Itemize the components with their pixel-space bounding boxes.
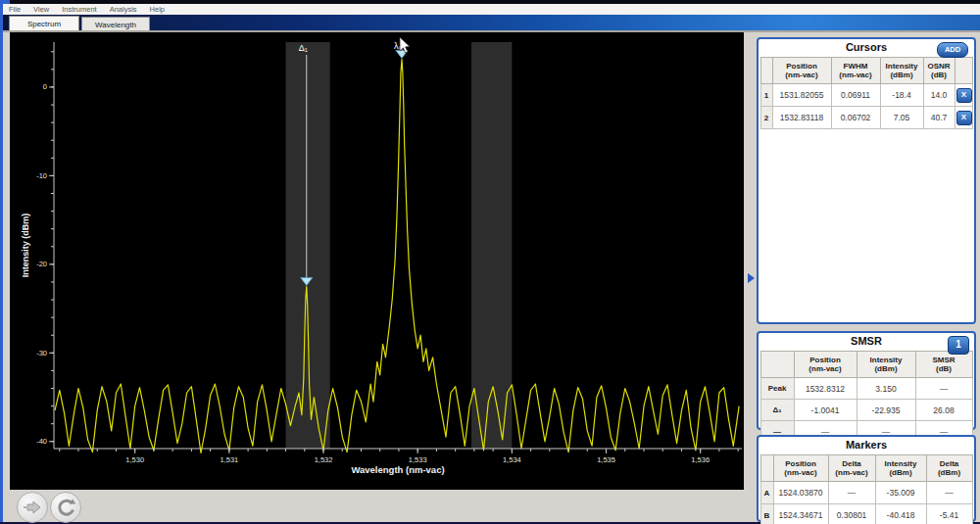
row-header: A [760, 482, 773, 504]
menu-item-help[interactable]: Help [150, 5, 165, 14]
refresh-button[interactable] [50, 492, 81, 523]
cursor-label-1: Δ₁ [299, 43, 308, 53]
column-header: Position(nm-vac) [772, 58, 831, 84]
row-header: 2 [760, 107, 772, 129]
table-row: B1524.346710.30801-40.418-5.41 [760, 504, 972, 524]
cursors-table: Position(nm-vac)FWHM(nm-vac)Intensity(dB… [760, 57, 973, 129]
table-cell: 7.05 [880, 107, 923, 129]
column-header: Delta(dBm) [926, 455, 972, 482]
table-cell: — [828, 482, 875, 504]
column-header [760, 58, 772, 84]
measurement-band[interactable] [471, 42, 512, 449]
table-cell: 0.06702 [831, 107, 880, 129]
table-cell: 14.0 [923, 84, 955, 107]
column-header [760, 352, 794, 378]
table-cell: 26.08 [915, 400, 972, 421]
table-cell: 0.30801 [828, 504, 875, 524]
table-cell: 3.150 [857, 378, 915, 400]
row-header: B [760, 504, 773, 524]
add-cursor-button[interactable]: ADD [937, 42, 968, 58]
menu-item-analysis[interactable]: Analysis [110, 5, 137, 14]
column-header: SMSR(dB) [915, 352, 972, 378]
row-header: Peak [760, 378, 794, 400]
markers-panel: Markers Position(nm-vac)Delta(nm-vac)Int… [757, 435, 976, 522]
table-cell: — [926, 482, 972, 504]
cursors-panel: Cursors ADD Position(nm-vac)FWHM(nm-vac)… [757, 37, 976, 324]
x-tick-label: 1,534 [503, 455, 521, 464]
x-tick-label: 1,536 [691, 455, 710, 464]
menu-item-file[interactable]: File [9, 5, 21, 14]
table-cell: 1532.83118 [772, 107, 831, 129]
smsr-panel-title: SMSR [759, 333, 974, 351]
table-cell: 1524.03870 [773, 482, 828, 504]
x-tick-label: 1,535 [597, 455, 615, 464]
menu-item-view[interactable]: View [33, 5, 49, 14]
table-cell: 1532.8312 [794, 378, 857, 400]
y-tick-label: -20 [36, 260, 47, 268]
delete-cell: X [955, 84, 972, 107]
column-header [760, 455, 773, 482]
table-row: A1524.03870—-35.009— [760, 482, 972, 504]
table-cell: -1.0041 [794, 400, 857, 421]
column-header: OSNR(dB) [923, 58, 955, 84]
y-tick-label: -10 [36, 171, 47, 180]
table-cell: -22.935 [857, 400, 915, 421]
delete-cell: X [955, 107, 972, 129]
row-header: Δ₁ [760, 400, 794, 421]
table-cell: 1524.34671 [773, 504, 828, 524]
markers-table: Position(nm-vac)Delta(nm-vac)Intensity(d… [760, 454, 973, 524]
table-cell: 0.06911 [831, 84, 880, 107]
x-tick-label: 1,530 [125, 455, 144, 464]
x-axis-title: Wavelength (nm-vac) [351, 464, 444, 475]
x-tick-label: 1,532 [315, 455, 333, 464]
tab-spectrum[interactable]: Spectrum [9, 16, 79, 30]
table-cell: -35.009 [875, 482, 926, 504]
table-cell: -18.4 [880, 84, 923, 107]
table-row: Δ₁-1.0041-22.93526.08 [760, 400, 972, 421]
column-header: Delta(nm-vac) [828, 455, 875, 482]
collapse-panel-arrow-icon[interactable] [748, 273, 755, 283]
measurement-band[interactable] [286, 42, 330, 449]
table-row: 21532.831180.067027.0540.7X [760, 107, 972, 129]
spectrum-chart[interactable]: 1,5301,5311,5321,5331,5341,5351,5360-10-… [10, 32, 744, 490]
window-left-border [0, 0, 3, 524]
y-axis-title: Intensity (dBm) [21, 214, 30, 278]
spectrum-plot-panel: 1,5301,5311,5321,5331,5341,5351,5360-10-… [10, 32, 744, 490]
y-tick-label: -30 [36, 349, 47, 357]
delete-cursor-button[interactable]: X [956, 111, 972, 125]
column-header: Intensity(dBm) [875, 455, 926, 482]
x-tick-label: 1,533 [409, 455, 427, 464]
row-header: 1 [760, 84, 772, 107]
refresh-icon [53, 495, 78, 520]
table-cell: -40.418 [875, 504, 926, 524]
delete-cursor-button[interactable]: X [956, 88, 972, 103]
menu-bar: FileViewInstrumentAnalysisHelp [3, 4, 980, 15]
table-cell: 1531.82055 [772, 84, 831, 107]
column-header [955, 58, 972, 84]
smsr-panel: SMSR 1 Position(nm-vac)Intensity(dBm)SMS… [757, 331, 976, 430]
smsr-count-button[interactable]: 1 [948, 336, 969, 355]
markers-panel-title: Markers [759, 437, 974, 454]
menu-item-instrument[interactable]: Instrument [62, 5, 96, 14]
table-row: 11531.820550.06911-18.414.0X [760, 84, 972, 107]
arrow-right-icon [20, 495, 45, 520]
spectrum-trace [55, 60, 739, 453]
column-header: Intensity(dBm) [857, 352, 915, 378]
column-header: Position(nm-vac) [794, 352, 857, 378]
table-row: Peak1532.83123.150— [760, 378, 972, 400]
column-header: FWHM(nm-vac) [831, 58, 880, 84]
column-header: Intensity(dBm) [880, 58, 923, 84]
x-tick-label: 1,531 [220, 455, 238, 464]
column-header: Position(nm-vac) [773, 455, 828, 482]
smsr-table: Position(nm-vac)Intensity(dBm)SMSR(dB)Pe… [760, 351, 973, 443]
table-cell: 40.7 [923, 107, 955, 129]
table-cell: — [915, 378, 972, 400]
y-tick-label: 0 [43, 82, 47, 91]
tab-wavelength[interactable]: Wavelength [81, 17, 150, 30]
table-cell: -5.41 [926, 504, 972, 524]
y-tick-label: -40 [36, 437, 47, 446]
run-step-button[interactable] [17, 492, 48, 523]
